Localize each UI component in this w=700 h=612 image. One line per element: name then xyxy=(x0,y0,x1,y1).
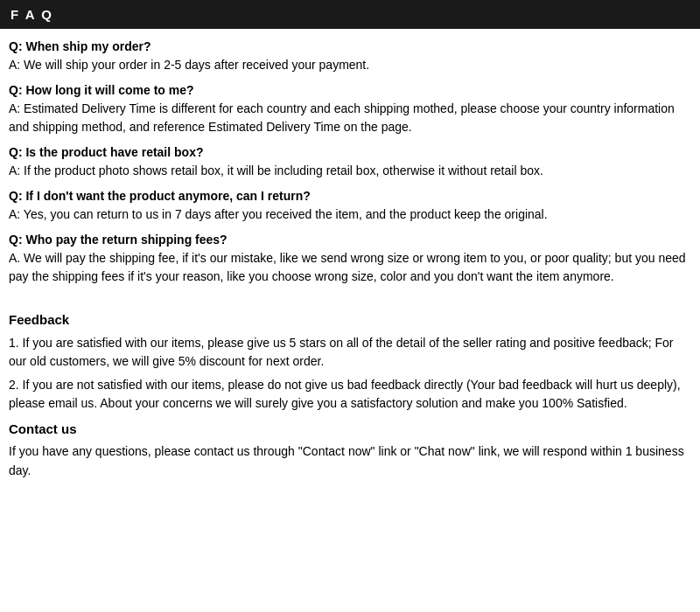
qa-block-4: Q: If I don't want the product anymore, … xyxy=(9,189,691,224)
feedback-title: Feedback xyxy=(9,312,691,327)
feedback-section: Feedback 1. If you are satisfied with ou… xyxy=(0,295,700,413)
contact-title: Contact us xyxy=(9,421,691,436)
qa-block-5: Q: Who pay the return shipping fees? A. … xyxy=(9,233,691,286)
qa-block-2: Q: How long it will come to me? A: Estim… xyxy=(9,83,691,136)
question-2: Q: How long it will come to me? xyxy=(9,83,691,97)
question-1: Q: When ship my order? xyxy=(9,39,691,53)
answer-4: A: Yes, you can return to us in 7 days a… xyxy=(9,205,691,224)
question-3: Q: Is the product have retail box? xyxy=(9,145,691,159)
question-5: Q: Who pay the return shipping fees? xyxy=(9,233,691,247)
answer-1: A: We will ship your order in 2-5 days a… xyxy=(9,56,691,74)
contact-text: If you have any questions, please contac… xyxy=(9,442,691,481)
qa-block-1: Q: When ship my order? A: We will ship y… xyxy=(9,39,691,74)
feedback-item-1: 1. If you are satisfied with our items, … xyxy=(9,334,691,371)
qa-block-3: Q: Is the product have retail box? A: If… xyxy=(9,145,691,180)
answer-5: A. We will pay the shipping fee, if it's… xyxy=(9,249,691,286)
faq-header: F A Q xyxy=(0,0,700,29)
question-4: Q: If I don't want the product anymore, … xyxy=(9,189,691,203)
page-container: F A Q Q: When ship my order? A: We will … xyxy=(0,0,700,490)
faq-section: Q: When ship my order? A: We will ship y… xyxy=(0,39,700,286)
feedback-item-2: 2. If you are not satisfied with our ite… xyxy=(9,376,691,413)
answer-2: A: Estimated Delivery Time is different … xyxy=(9,100,691,136)
answer-3: A: If the product photo shows retail box… xyxy=(9,162,691,180)
contact-section: Contact us If you have any questions, pl… xyxy=(0,421,700,490)
faq-title: F A Q xyxy=(10,7,53,22)
